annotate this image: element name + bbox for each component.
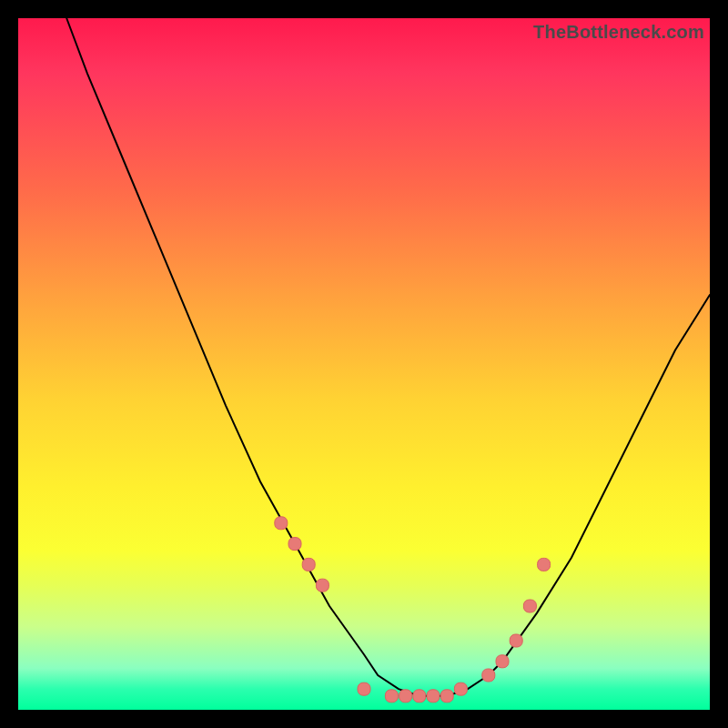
highlight-marker bbox=[454, 682, 467, 695]
plot-area: TheBottleneck.com bbox=[18, 18, 710, 710]
bottleneck-curve bbox=[66, 18, 710, 696]
chart-frame: TheBottleneck.com bbox=[18, 18, 710, 710]
highlight-marker bbox=[302, 558, 315, 571]
curve-layer bbox=[18, 18, 710, 710]
highlight-marker bbox=[523, 600, 536, 612]
highlight-marker bbox=[427, 690, 440, 703]
highlight-marker bbox=[440, 690, 453, 703]
highlight-marker bbox=[399, 690, 412, 703]
highlight-marker bbox=[496, 655, 509, 668]
highlight-marker bbox=[538, 558, 551, 571]
highlight-marker bbox=[358, 682, 370, 695]
highlight-markers bbox=[275, 517, 551, 703]
highlight-marker bbox=[413, 690, 426, 703]
highlight-marker bbox=[316, 579, 329, 592]
highlight-marker bbox=[482, 669, 495, 682]
watermark-link[interactable]: TheBottleneck.com bbox=[533, 22, 704, 43]
highlight-marker bbox=[385, 690, 398, 703]
highlight-marker bbox=[510, 634, 522, 647]
highlight-marker bbox=[275, 517, 288, 530]
highlight-marker bbox=[288, 538, 301, 551]
